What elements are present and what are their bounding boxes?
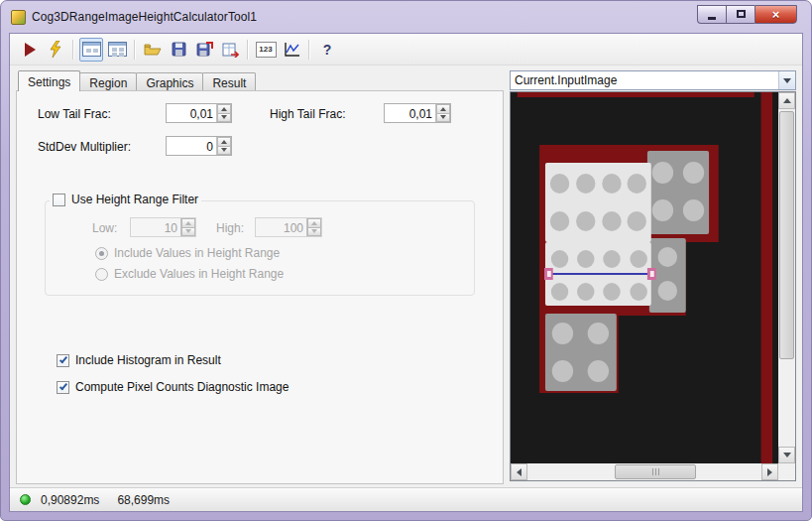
client-area: 123 ? Settings Region Graphics — [9, 33, 803, 512]
low-tail-frac-input[interactable]: 0,01 — [166, 103, 232, 123]
arrow-up-icon — [783, 98, 791, 103]
settings-tab-page: Low Tail Frac: 0,01 High Tail Frac: 0,01 — [16, 90, 504, 484]
image-panel: Current.InputImage — [510, 70, 796, 487]
graph-button[interactable] — [280, 38, 303, 62]
spin-up-icon — [221, 140, 227, 144]
spin-up-icon — [221, 107, 227, 111]
range-high-label: High: — [216, 221, 244, 235]
status-led-icon — [20, 494, 31, 505]
image-display[interactable] — [510, 91, 796, 481]
status-bar: 0,90892ms 68,699ms — [10, 487, 802, 511]
help-button[interactable]: ? — [315, 38, 339, 62]
vertical-scroll-track[interactable] — [778, 109, 795, 447]
range-low-input: 10 — [130, 217, 196, 237]
scroll-right-button[interactable] — [761, 463, 778, 480]
toolbar-separator — [72, 40, 74, 60]
run-icon — [25, 43, 36, 57]
radio-button-icon — [95, 268, 108, 281]
spinner — [435, 104, 450, 122]
app-icon — [11, 10, 26, 25]
spin-up-button — [307, 218, 321, 228]
tab-graphics[interactable]: Graphics — [136, 72, 203, 90]
spin-down-button — [181, 228, 195, 237]
result-display-icon — [82, 42, 101, 57]
run-button[interactable] — [18, 38, 42, 62]
vertical-scroll-thumb[interactable] — [779, 111, 794, 359]
horizontal-scrollbar[interactable] — [511, 463, 778, 480]
arrow-left-icon — [517, 468, 522, 476]
spin-down-icon — [221, 115, 227, 119]
electric-run-button[interactable] — [44, 38, 67, 62]
include-values-radio: Include Values in Height Range — [95, 246, 280, 260]
spin-down-button[interactable] — [217, 147, 231, 156]
maximize-button[interactable] — [726, 5, 754, 24]
image-display-icon — [108, 42, 127, 57]
scroll-left-button[interactable] — [511, 463, 527, 480]
number-123-icon: 123 — [256, 42, 277, 58]
include-histogram-checkbox[interactable]: Include Histogram in Result — [54, 353, 224, 367]
chevron-down-icon — [783, 78, 791, 83]
title-bar[interactable]: Cog3DRangeImageHeightCalculatorTool1 × — [1, 1, 811, 33]
range-low-label: Low: — [92, 221, 117, 235]
spin-down-button — [307, 228, 321, 237]
image-selector-dropdown[interactable]: Current.InputImage — [510, 70, 796, 90]
tab-strip: Settings Region Graphics Result — [16, 70, 504, 90]
compute-pixel-counts-checkbox[interactable]: Compute Pixel Counts Diagnostic Image — [54, 380, 291, 394]
spin-down-icon — [311, 229, 317, 233]
close-button[interactable]: × — [754, 5, 797, 24]
spin-down-button[interactable] — [217, 114, 231, 123]
open-folder-icon — [144, 43, 162, 57]
arrow-down-icon — [783, 453, 791, 457]
image-canvas[interactable] — [511, 92, 778, 463]
main-area: Settings Region Graphics Result Low Tail… — [10, 65, 802, 487]
spin-down-button[interactable] — [436, 114, 450, 123]
use-height-range-filter-checkbox[interactable]: Use Height Range Filter — [50, 193, 201, 206]
stddev-multiplier-label: StdDev Multiplier: — [38, 140, 131, 154]
lightning-icon — [49, 41, 62, 58]
tool-edit-window: Cog3DRangeImageHeightCalculatorTool1 × — [0, 0, 812, 521]
toolbar: 123 ? — [10, 34, 802, 65]
dropdown-arrow-button[interactable] — [778, 71, 795, 89]
export-image-button[interactable] — [218, 38, 242, 62]
save-results-button[interactable] — [192, 38, 216, 62]
scrollbar-corner — [778, 463, 795, 480]
checkbox-box — [53, 194, 65, 206]
image-display-button[interactable] — [105, 38, 129, 62]
spin-down-icon — [440, 115, 446, 119]
spin-up-button[interactable] — [217, 137, 231, 147]
range-high-input: 100 — [255, 217, 322, 237]
vertical-scrollbar[interactable] — [778, 92, 795, 463]
tab-result[interactable]: Result — [202, 72, 256, 90]
horizontal-scroll-thumb[interactable] — [615, 464, 696, 479]
minimize-button[interactable] — [697, 5, 726, 24]
spinner — [216, 104, 231, 122]
stddev-multiplier-input[interactable]: 0 — [166, 136, 232, 156]
spinner — [306, 218, 321, 236]
spin-up-button[interactable] — [217, 104, 231, 114]
tab-settings[interactable]: Settings — [18, 70, 80, 91]
tab-region[interactable]: Region — [79, 72, 137, 90]
selected-image-record: Current.InputImage — [511, 73, 778, 87]
high-tail-frac-input[interactable]: 0,01 — [384, 103, 451, 123]
horizontal-scroll-track[interactable] — [527, 463, 761, 480]
spinner — [216, 137, 231, 155]
scroll-down-button[interactable] — [778, 447, 795, 463]
floppy-icon — [172, 42, 186, 57]
close-icon: × — [772, 8, 780, 21]
checkbox-box — [57, 381, 69, 394]
spin-down-icon — [185, 229, 191, 233]
open-button[interactable] — [141, 38, 165, 62]
settings-panel: Settings Region Graphics Result Low Tail… — [16, 70, 504, 487]
window-controls: × — [697, 5, 797, 24]
toolbar-separator — [308, 40, 310, 60]
floppy-arrow-icon — [196, 42, 213, 58]
graph-icon — [284, 42, 300, 58]
spin-up-button[interactable] — [436, 104, 450, 114]
exclude-values-radio: Exclude Values in Height Range — [95, 267, 284, 281]
number-display-button[interactable]: 123 — [254, 38, 278, 62]
spin-up-icon — [440, 107, 446, 111]
toolbar-separator — [247, 40, 249, 60]
save-button[interactable] — [167, 38, 190, 62]
result-display-button[interactable] — [79, 38, 103, 62]
scroll-up-button[interactable] — [778, 92, 795, 109]
